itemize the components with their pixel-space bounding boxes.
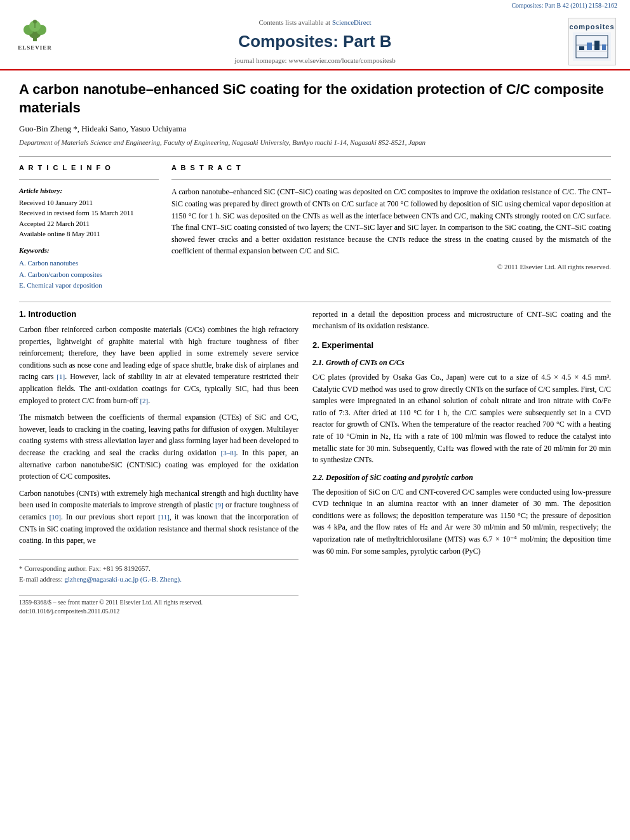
header-left: ELSEVIER xyxy=(13,18,64,53)
keyword-2: A. Carbon/carbon composites xyxy=(19,269,159,281)
article-info-col: A R T I C L E I N F O Article history: R… xyxy=(19,163,159,291)
svg-rect-14 xyxy=(602,44,606,50)
section2-1-heading: 2.1. Growth of CNTs on C/Cs xyxy=(312,357,611,368)
elsevier-logo: ELSEVIER xyxy=(13,18,57,53)
sciencedirect-line: Contents lists available at ScienceDirec… xyxy=(70,18,560,27)
revised-date: Received in revised form 15 March 2011 xyxy=(19,208,159,218)
copyright: © 2011 Elsevier Ltd. All rights reserved… xyxy=(171,262,611,272)
body-left-col: 1. Introduction Carbon fiber reinforced … xyxy=(19,309,298,616)
sciencedirect-link[interactable]: ScienceDirect xyxy=(332,18,372,26)
svg-rect-12 xyxy=(587,43,592,50)
section1-heading: 1. Introduction xyxy=(19,309,298,320)
section2-2-para: The deposition of SiC on C/C and CNT-cov… xyxy=(312,486,611,557)
journal-reference: Composites: Part B 42 (2011) 2158–2162 xyxy=(0,0,630,13)
footnote-email: E-mail address: glzheng@nagasaki-u.ac.jp… xyxy=(19,575,298,584)
abstract-label: A B S T R A C T xyxy=(171,163,611,173)
abstract-col: A B S T R A C T A carbon nanotube–enhanc… xyxy=(171,163,611,291)
journal-header: ELSEVIER Contents lists available at Sci… xyxy=(0,13,630,70)
page: Composites: Part B 42 (2011) 2158–2162 E… xyxy=(0,0,630,840)
main-content: A carbon nanotube–enhanced SiC coating f… xyxy=(0,70,630,628)
elsevier-brand-text: ELSEVIER xyxy=(18,44,52,52)
keywords-section: Keywords: A. Carbon nanotubes A. Carbon/… xyxy=(19,246,159,291)
article-title: A carbon nanotube–enhanced SiC coating f… xyxy=(19,81,611,117)
footnote-email-label: E-mail address: xyxy=(19,575,63,583)
divider-info xyxy=(19,179,159,180)
affiliation: Department of Materials Science and Engi… xyxy=(19,138,611,147)
divider-2 xyxy=(19,302,611,302)
journal-homepage: journal homepage: www.elsevier.com/locat… xyxy=(70,56,560,65)
svg-rect-13 xyxy=(594,41,600,50)
keyword-1: A. Carbon nanotubes xyxy=(19,258,159,269)
divider-abstract xyxy=(171,179,611,180)
svg-rect-11 xyxy=(579,46,584,50)
section1-para3: Carbon nanotubes (CNTs) with extremely h… xyxy=(19,488,298,547)
footnote-star: * Corresponding author. Fax: +81 95 8192… xyxy=(19,564,298,573)
doi-text: doi:10.1016/j.compositesb.2011.05.012 xyxy=(19,607,298,616)
section1-para2: The mismatch between the coefficients of… xyxy=(19,411,298,483)
footnote-email-address: glzheng@nagasaki-u.ac.jp (G.-B. Zheng). xyxy=(64,575,182,583)
footnote-area: * Corresponding author. Fax: +81 95 8192… xyxy=(19,559,298,585)
section2-1-para: C/C plates (provided by Osaka Gas Co., J… xyxy=(312,371,611,466)
header-center: Contents lists available at ScienceDirec… xyxy=(64,18,566,65)
history-title: Article history: xyxy=(19,186,159,196)
available-date: Available online 8 May 2011 xyxy=(19,229,159,239)
composites-logo-image xyxy=(573,32,611,61)
section2-heading: 2. Experimental xyxy=(312,340,611,351)
authors-text: Guo-Bin Zheng *, Hideaki Sano, Yasuo Uch… xyxy=(19,124,186,133)
section2-2-heading: 2.2. Deposition of SiC coating and pyrol… xyxy=(312,472,611,483)
contents-text: Contents lists available at xyxy=(258,18,330,26)
issn-text: 1359-8368/$ – see front matter © 2011 El… xyxy=(19,598,298,607)
article-info-abstract: A R T I C L E I N F O Article history: R… xyxy=(19,163,611,291)
svg-point-5 xyxy=(33,20,37,23)
composites-logo-text: composites xyxy=(569,22,614,32)
body-right-col: reported in a detail the deposition proc… xyxy=(312,309,611,616)
abstract-text: A carbon nanotube–enhanced SiC (CNT–SiC)… xyxy=(171,186,611,257)
article-history: Article history: Received 10 January 201… xyxy=(19,186,159,239)
keyword-3: E. Chemical vapor deposition xyxy=(19,280,159,291)
divider-1 xyxy=(19,156,611,157)
body-content: 1. Introduction Carbon fiber reinforced … xyxy=(19,309,611,616)
section1-right-para: reported in a detail the deposition proc… xyxy=(312,309,611,332)
section1-para1: Carbon fiber reinforced carbon composite… xyxy=(19,324,298,406)
header-right: composites xyxy=(566,18,617,65)
journal-title-header: Composites: Part B xyxy=(70,30,560,53)
journal-ref-text: Composites: Part B 42 (2011) 2158–2162 xyxy=(511,2,617,9)
accepted-date: Accepted 22 March 2011 xyxy=(19,218,159,229)
issn-area: 1359-8368/$ – see front matter © 2011 El… xyxy=(19,595,298,616)
keywords-label: Keywords: xyxy=(19,246,159,255)
composites-logo: composites xyxy=(568,18,616,65)
elsevier-tree-icon xyxy=(19,18,51,43)
authors: Guo-Bin Zheng *, Hideaki Sano, Yasuo Uch… xyxy=(19,123,611,135)
article-info-label: A R T I C L E I N F O xyxy=(19,163,159,173)
received-date: Received 10 January 2011 xyxy=(19,197,159,208)
